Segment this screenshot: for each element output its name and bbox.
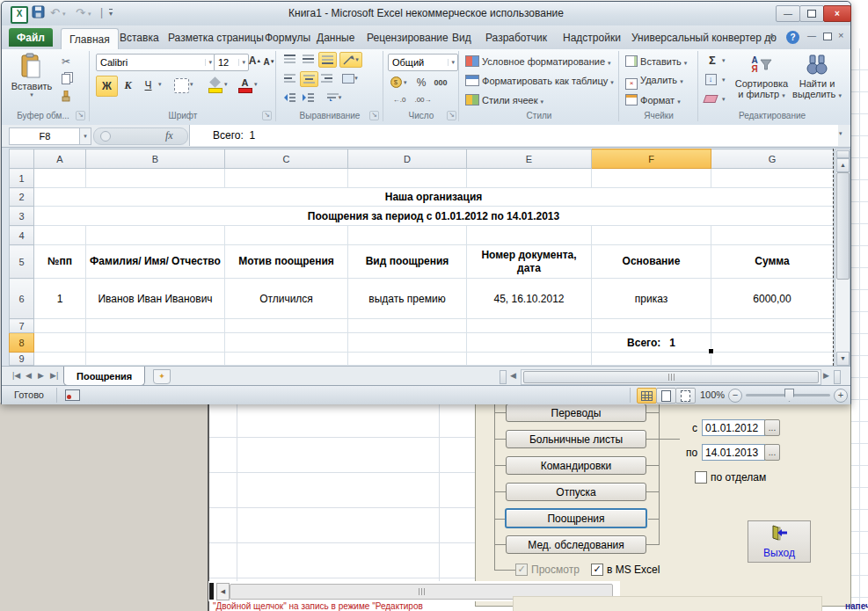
column-header-c[interactable]: C: [225, 149, 348, 169]
cell[interactable]: [86, 169, 225, 188]
tab-split-box-right[interactable]: [834, 370, 841, 384]
column-header-e[interactable]: E: [467, 149, 592, 169]
fill-color-dropdown-icon[interactable]: ▾: [224, 81, 228, 88]
number-dialog-launcher[interactable]: ↘: [447, 111, 456, 120]
clear-icon[interactable]: [704, 91, 718, 105]
sheet-tab-incentives[interactable]: Поощрения: [63, 367, 145, 386]
scroll-up-button[interactable]: ▲: [836, 158, 850, 172]
column-header-a[interactable]: A: [34, 149, 86, 169]
cell[interactable]: [225, 333, 348, 353]
bold-button[interactable]: Ж: [96, 76, 118, 97]
in-excel-checkbox[interactable]: ✓: [591, 564, 603, 576]
worksheet-grid[interactable]: A B C D E F G 1 2 Наша организ: [9, 149, 834, 366]
cell[interactable]: [467, 333, 592, 353]
align-center-icon[interactable]: [300, 71, 318, 87]
format-cells-item[interactable]: Формат ▾: [625, 94, 681, 105]
align-right-icon[interactable]: [318, 71, 335, 85]
cell[interactable]: [711, 319, 834, 333]
active-cell-f8[interactable]: Всего: 1: [592, 333, 711, 353]
vertical-scroll-thumb[interactable]: [836, 172, 850, 280]
help-icon[interactable]: ?: [786, 31, 799, 44]
cell[interactable]: [467, 226, 592, 245]
number-format-combo[interactable]: Общий ▾: [388, 54, 458, 71]
report-button-vacations[interactable]: Отпуска: [506, 483, 646, 501]
row-header-4[interactable]: 4: [10, 226, 34, 245]
table-header-cell[interactable]: №пп: [34, 245, 86, 279]
increase-indent-icon[interactable]: [300, 91, 317, 105]
fill-down-icon[interactable]: ↓: [704, 72, 718, 86]
prev-sheet-icon[interactable]: ◀: [26, 371, 32, 380]
view-page-layout-button[interactable]: [656, 388, 676, 404]
clear-dropdown-icon[interactable]: ▾: [722, 96, 726, 103]
cell[interactable]: [86, 226, 225, 245]
cell[interactable]: [34, 353, 86, 366]
tab-page-layout[interactable]: Разметка страницы: [160, 28, 272, 47]
table-data-cell[interactable]: 45, 16.10.2012: [467, 279, 592, 319]
table-header-cell[interactable]: Вид поощрения: [348, 245, 467, 279]
row-header-6[interactable]: 6: [10, 279, 34, 319]
tab-data[interactable]: Данные: [309, 28, 362, 47]
decrease-decimal-icon[interactable]: .00→: [412, 93, 434, 106]
delete-cells-item[interactable]: × Удалить ▾: [625, 75, 683, 90]
hscroll-left-icon[interactable]: ◀: [510, 371, 516, 380]
date-to-input[interactable]: [702, 444, 765, 461]
orientation-icon[interactable]: ▾: [339, 52, 362, 68]
cell[interactable]: [592, 353, 711, 366]
insert-cells-item[interactable]: Вставить ▾: [625, 55, 687, 67]
zoom-slider-thumb[interactable]: [784, 389, 794, 402]
tab-addins[interactable]: Надстройки: [555, 28, 629, 47]
autosum-icon[interactable]: Σ: [704, 53, 721, 67]
cell[interactable]: [86, 353, 225, 366]
font-dialog-launcher[interactable]: ↘: [262, 111, 272, 120]
find-select-button[interactable]: Найти и выделить ▾: [791, 52, 842, 99]
underline-button[interactable]: Ч: [139, 76, 157, 95]
cut-icon[interactable]: ✂: [58, 55, 74, 69]
borders-icon[interactable]: [174, 78, 189, 93]
cell[interactable]: [348, 226, 467, 245]
cell[interactable]: [86, 319, 225, 333]
fill-color-icon[interactable]: [208, 76, 222, 95]
next-sheet-icon[interactable]: ▶: [38, 371, 44, 380]
cell[interactable]: [34, 319, 86, 333]
cell[interactable]: [34, 169, 86, 188]
comma-style-icon[interactable]: 000: [431, 75, 450, 90]
format-painter-icon[interactable]: [58, 90, 74, 104]
tab-developer[interactable]: Разработчик: [478, 28, 555, 47]
grow-font-icon[interactable]: A▲: [248, 53, 262, 69]
view-normal-button[interactable]: [637, 388, 657, 404]
select-all-corner[interactable]: [10, 149, 34, 169]
formula-input-area[interactable]: [189, 125, 838, 146]
scroll-down-button[interactable]: ▼: [836, 352, 850, 366]
sort-filter-button[interactable]: А Я Сортировка и фильтр ▾: [734, 52, 789, 99]
cell-styles-item[interactable]: Стили ячеек ▾: [465, 94, 543, 105]
collapse-ribbon-icon[interactable]: ∧: [769, 31, 775, 40]
borders-dropdown-icon[interactable]: ▾: [190, 81, 193, 88]
column-header-d[interactable]: D: [348, 149, 467, 169]
merge-center-icon[interactable]: ▾: [339, 71, 361, 85]
table-data-cell[interactable]: выдать премию: [348, 279, 467, 319]
table-header-cell[interactable]: Основание: [592, 245, 711, 279]
zoom-in-icon[interactable]: +: [834, 389, 848, 403]
sheet-subtitle-cell[interactable]: Поощрения за период с 01.01.2012 по 14.0…: [34, 207, 834, 226]
report-button-business-trips[interactable]: Командировки: [506, 456, 646, 475]
fill-dropdown-icon[interactable]: ▾: [722, 76, 726, 84]
horizontal-scroll-thumb[interactable]: [523, 371, 819, 383]
insert-worksheet-icon[interactable]: ✦: [153, 369, 171, 384]
split-box[interactable]: [209, 583, 214, 600]
row-header-7[interactable]: 7: [10, 319, 34, 333]
tab-home[interactable]: Главная: [61, 28, 119, 49]
align-middle-icon[interactable]: [300, 52, 317, 66]
table-header-cell[interactable]: Сумма: [711, 245, 834, 279]
table-data-cell[interactable]: Иванов Иван Иванович: [86, 279, 225, 319]
cell[interactable]: [711, 226, 834, 245]
font-size-combo[interactable]: 12 ▾: [214, 54, 249, 71]
cell[interactable]: [592, 226, 711, 245]
row-header-1[interactable]: 1: [10, 169, 34, 188]
cell[interactable]: [711, 353, 834, 366]
date-to-picker-button[interactable]: ...: [764, 444, 780, 461]
font-color-dropdown-icon[interactable]: ▾: [254, 81, 258, 88]
row-header-8[interactable]: 8: [10, 333, 34, 353]
vertical-scrollbar[interactable]: ▲ ▼: [835, 149, 850, 367]
cell[interactable]: [225, 169, 348, 188]
cell[interactable]: [592, 319, 711, 333]
